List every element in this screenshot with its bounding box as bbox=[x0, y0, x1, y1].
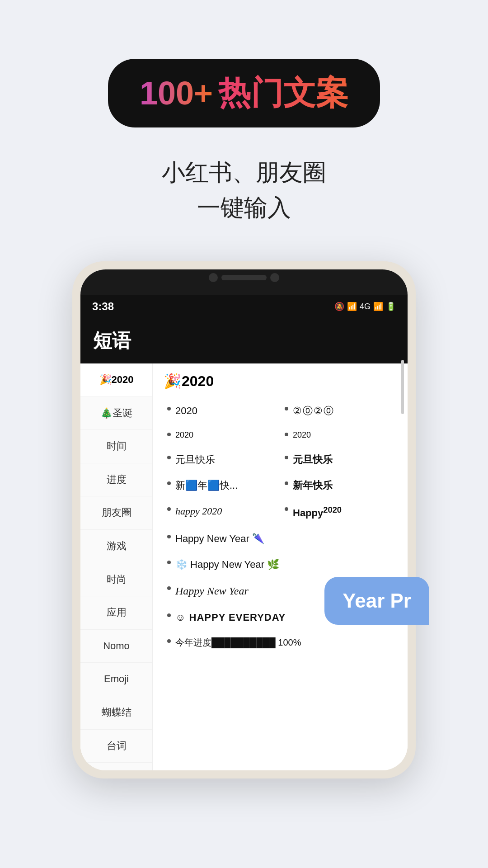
content-area: 🎉2020 2020 ②⓪②⓪ bbox=[153, 363, 408, 770]
item-text: Happy New Year 🌂 bbox=[175, 531, 264, 546]
list-item[interactable]: 元旦快乐 bbox=[164, 447, 281, 472]
list-item[interactable]: 元旦快乐 bbox=[281, 447, 399, 472]
bullet bbox=[167, 535, 171, 538]
app-header: 短语 bbox=[80, 318, 408, 363]
list-item[interactable]: 新🟦年🟦快... bbox=[164, 472, 281, 498]
camera-dot bbox=[209, 273, 218, 282]
phone-outer: 3:38 🔕 📶 4G 📶 🔋 短语 🎉2020 🎄圣诞 bbox=[72, 261, 416, 778]
list-item[interactable]: 新年快乐 bbox=[281, 472, 399, 498]
item-text: 2020 bbox=[293, 429, 311, 441]
list-item[interactable]: 2020 bbox=[281, 424, 399, 447]
subtitle-line2: 一键输入 bbox=[162, 190, 326, 225]
item-text: ☺ HAPPY EVERYDAY bbox=[175, 610, 286, 625]
mute-icon: 🔕 bbox=[334, 302, 344, 311]
item-text: Happy New Year bbox=[175, 583, 249, 599]
network-label: 4G bbox=[360, 302, 371, 311]
badge-number: 100+ bbox=[140, 75, 213, 112]
item-text: ❄️ Happy New Year 🌿 bbox=[175, 557, 279, 572]
item-text: 新年快乐 bbox=[293, 478, 333, 493]
bullet bbox=[285, 433, 288, 436]
bullet bbox=[285, 407, 288, 410]
bullet bbox=[285, 507, 288, 511]
list-item[interactable]: happy 2020 bbox=[164, 498, 281, 526]
sidebar-item-lines[interactable]: 台词 bbox=[80, 730, 152, 763]
subtitle: 小红书、朋友圈 一键输入 bbox=[162, 155, 326, 225]
section-title: 🎉2020 bbox=[164, 373, 399, 390]
list-item[interactable]: 今年进度██████████ 100% bbox=[164, 630, 399, 655]
item-text: ②⓪②⓪ bbox=[293, 403, 334, 418]
bullet bbox=[167, 586, 171, 590]
sidebar-item-apps[interactable]: 应用 bbox=[80, 596, 152, 630]
sidebar: 🎉2020 🎄圣诞 时间 进度 朋友圈 游戏 时尚 应用 Nomo Emoji … bbox=[80, 363, 153, 770]
camera-area bbox=[209, 273, 279, 282]
bullet bbox=[167, 481, 171, 485]
top-badge: 100+ 热门文案 bbox=[108, 59, 380, 127]
tooltip-text: Year Pr bbox=[343, 590, 411, 612]
wifi-icon: 📶 bbox=[347, 302, 357, 311]
bullet bbox=[167, 456, 171, 459]
tooltip-bubble: Year Pr bbox=[324, 577, 429, 625]
camera-dot2 bbox=[270, 273, 279, 282]
bullet bbox=[167, 613, 171, 617]
status-time: 3:38 bbox=[92, 300, 114, 313]
speaker-bar bbox=[221, 275, 267, 280]
sidebar-item-nomo[interactable]: Nomo bbox=[80, 630, 152, 663]
sidebar-item-friends[interactable]: 朋友圈 bbox=[80, 496, 152, 530]
list-item[interactable]: ②⓪②⓪ bbox=[281, 398, 399, 424]
sidebar-item-progress[interactable]: 进度 bbox=[80, 463, 152, 497]
list-item[interactable]: 2020 bbox=[164, 398, 281, 424]
list-item[interactable]: Happy New Year 🌂 bbox=[164, 526, 399, 552]
sidebar-item-time[interactable]: 时间 bbox=[80, 430, 152, 463]
list-item[interactable]: Happy2020 bbox=[281, 498, 399, 526]
item-text: 新🟦年🟦快... bbox=[175, 478, 238, 493]
phone-top-bar bbox=[80, 269, 408, 295]
bullet bbox=[167, 561, 171, 564]
app-body: 🎉2020 🎄圣诞 时间 进度 朋友圈 游戏 时尚 应用 Nomo Emoji … bbox=[80, 363, 408, 770]
app-title: 短语 bbox=[93, 328, 395, 354]
list-item[interactable]: ❄️ Happy New Year 🌿 bbox=[164, 552, 399, 577]
bullet bbox=[285, 481, 288, 485]
status-icons: 🔕 📶 4G 📶 🔋 bbox=[334, 302, 396, 311]
item-text: 元旦快乐 bbox=[293, 452, 333, 467]
bullet bbox=[167, 507, 171, 511]
bullet bbox=[167, 433, 171, 436]
item-text: happy 2020 bbox=[175, 504, 222, 519]
badge-label: 热门文案 bbox=[218, 71, 348, 115]
sidebar-item-2020[interactable]: 🎉2020 bbox=[80, 363, 152, 397]
sidebar-item-games[interactable]: 游戏 bbox=[80, 530, 152, 563]
item-text: Happy2020 bbox=[293, 504, 342, 520]
sidebar-item-bow[interactable]: 蝴蝶结 bbox=[80, 696, 152, 730]
battery-icon: 🔋 bbox=[386, 302, 396, 311]
status-bar: 3:38 🔕 📶 4G 📶 🔋 bbox=[80, 295, 408, 318]
sidebar-item-fashion[interactable]: 时尚 bbox=[80, 563, 152, 597]
phone-mockup: 3:38 🔕 📶 4G 📶 🔋 短语 🎉2020 🎄圣诞 bbox=[72, 261, 416, 778]
item-text: 2020 bbox=[175, 403, 197, 418]
bullet bbox=[285, 456, 288, 459]
subtitle-line1: 小红书、朋友圈 bbox=[162, 155, 326, 190]
item-text: 元旦快乐 bbox=[175, 452, 215, 467]
sidebar-item-christmas[interactable]: 🎄圣诞 bbox=[80, 397, 152, 430]
item-text: 今年进度██████████ 100% bbox=[175, 636, 301, 649]
bullet bbox=[167, 639, 171, 643]
phone-inner: 3:38 🔕 📶 4G 📶 🔋 短语 🎉2020 🎄圣诞 bbox=[80, 269, 408, 770]
sidebar-item-emoji[interactable]: Emoji bbox=[80, 663, 152, 696]
list-item[interactable]: 2020 bbox=[164, 424, 281, 447]
scrollbar[interactable] bbox=[401, 360, 404, 414]
bullet bbox=[167, 407, 171, 410]
signal-icon: 📶 bbox=[373, 302, 383, 311]
item-text: 2020 bbox=[175, 429, 193, 441]
